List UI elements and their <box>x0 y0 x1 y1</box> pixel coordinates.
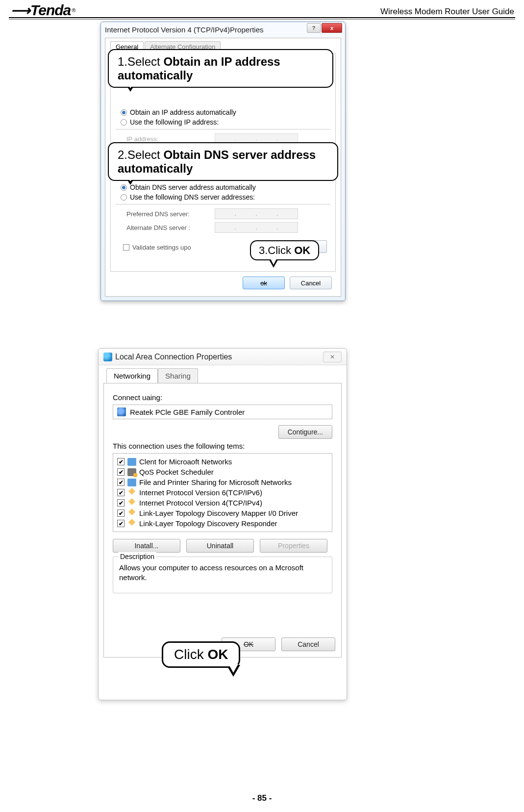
checkbox-checked-icon: ✔ <box>117 520 125 527</box>
callout-step-3: 3.Click OK <box>250 240 319 260</box>
alt-dns-input[interactable]: ... <box>215 222 298 233</box>
description-text: Allows your computer to access resources… <box>119 563 303 582</box>
radio-dns-manual[interactable]: Use the following DNS server addresses: <box>121 193 330 201</box>
alt-dns-label: Alternate DNS server : <box>126 224 210 231</box>
description-group: Description Allows your computer to acce… <box>113 557 332 593</box>
item-label: File and Printer Sharing for Microsoft N… <box>139 478 292 486</box>
callout-tail-fill-icon <box>125 80 135 88</box>
radio-label: Use the following IP address: <box>130 118 219 126</box>
list-item[interactable]: ✔QoS Pocket Scheduler <box>116 467 329 477</box>
radio-label: Use the following DNS server addresses: <box>130 193 255 201</box>
install-button[interactable]: Inatall... <box>113 539 180 553</box>
checkbox-checked-icon: ✔ <box>117 499 125 507</box>
dialog-titlebar: Local Area Connection Properties <box>99 349 347 365</box>
item-label: Internet Protocol Version 4(TCP/IPv4) <box>139 499 262 507</box>
callout-step-1: 1.Select Obtain an IP address automatica… <box>108 49 333 88</box>
item-label: Clent for Microaoft Networks <box>139 457 232 466</box>
page-number: - 85 - <box>0 793 524 803</box>
list-item[interactable]: ✔Internet Protocol Version 4(TCP/IPv4) <box>116 498 329 508</box>
callout-step-2: 2.Select Obtain DNS server address autom… <box>108 142 338 181</box>
client-icon <box>127 458 136 466</box>
list-item[interactable]: ✔Link-Layer Topology Discovery Responder <box>116 518 329 529</box>
checkbox-icon <box>123 244 129 251</box>
checkbox-checked-icon: ✔ <box>117 468 125 476</box>
radio-label: Obtain DNS server address automatically <box>130 183 256 191</box>
pref-dns-input[interactable]: ... <box>215 208 298 219</box>
item-buttons-row: Inatall... Uninatall Properties <box>113 539 332 553</box>
pref-dns-row: Preferred DNS server: ... <box>126 208 330 219</box>
groupbox-line <box>116 204 330 204</box>
checkbox-checked-icon: ✔ <box>117 479 125 486</box>
connect-using-label: Connect uaing: <box>113 393 332 402</box>
pref-dns-label: Preferred DNS server: <box>126 210 210 218</box>
protocol-icon <box>127 509 136 517</box>
header-rule <box>9 17 515 18</box>
checkbox-checked-icon: ✔ <box>117 458 125 465</box>
list-item[interactable]: ✔Clent for Microaoft Networks <box>116 457 329 467</box>
dialog-tabs: Networking Sharing <box>106 368 342 383</box>
adapter-icon <box>117 407 126 416</box>
doc-title: Wireless Modem Router User Guide <box>380 7 514 17</box>
logo-swoosh-icon: ⟶ <box>11 2 29 19</box>
ok-button[interactable]: ok <box>243 277 285 289</box>
close-button[interactable]: x <box>322 23 342 33</box>
network-icon <box>103 353 112 361</box>
radio-checked-icon <box>121 184 127 191</box>
connection-items-list: ✔Clent for Microaoft Networks ✔QoS Pocke… <box>113 453 332 532</box>
validate-row[interactable]: Validate settings upo <box>123 244 191 251</box>
header-rule-thin <box>9 19 515 20</box>
callout-bold: OK <box>207 647 228 662</box>
checkbox-checked-icon: ✔ <box>117 489 125 496</box>
list-item[interactable]: ✔Internet Protocol Version 6(TCP/IPv6) <box>116 487 329 498</box>
description-legend: Description <box>118 552 156 561</box>
tab-panel: Connect uaing: Reatek PCle GBE Family Co… <box>103 383 342 658</box>
document-page: ⟶ Tenda ® Wireless Modem Router User Gui… <box>0 0 524 812</box>
items-label: This connection uses the following tems: <box>113 442 332 450</box>
radio-dns-auto[interactable]: Obtain DNS server address automatically <box>121 183 330 191</box>
tab-networking[interactable]: Networking <box>106 368 158 383</box>
callout-prefix: 1.Select <box>118 55 163 68</box>
item-label: QoS Pocket Scheduler <box>139 468 214 476</box>
item-label: Link-Layer Topology Discovery Responder <box>139 519 277 528</box>
callout-tail-fill-icon <box>125 173 135 181</box>
dialog-footer: ok Cancel <box>243 277 332 289</box>
tab-sharing[interactable]: Sharing <box>158 368 198 383</box>
help-button[interactable]: ? <box>307 23 321 33</box>
groupbox-line <box>116 129 330 129</box>
qos-icon <box>127 468 136 476</box>
ip-address-label: IP address: <box>126 135 210 143</box>
radio-unchecked-icon <box>121 119 127 126</box>
dialog-title: Local Area Connection Properties <box>115 353 232 361</box>
adapter-field[interactable]: Reatek PCle GBE Family Controler <box>113 405 332 419</box>
callout-prefix: 2.Select <box>118 148 163 161</box>
window-buttons: ? x <box>307 23 342 33</box>
registered-icon: ® <box>72 7 75 13</box>
protocol-icon <box>127 499 136 507</box>
item-label: Internet Protocol Version 6(TCP/IPv6) <box>139 488 262 497</box>
callout-bold: OK <box>294 244 310 256</box>
item-label: Link-Layer Topology Discovery Mapper I/0… <box>139 509 298 517</box>
list-item[interactable]: ✔Link-Layer Topology Discovery Mapper I/… <box>116 508 329 518</box>
close-button[interactable]: ✕ <box>323 352 342 362</box>
callout-tail-fill-icon <box>228 664 238 673</box>
cancel-button[interactable]: Cancel <box>281 637 335 651</box>
tenda-logo: ⟶ Tenda ® <box>11 2 75 19</box>
radio-label: Obtain an IP address automatically <box>130 108 236 116</box>
callout-prefix: Click <box>174 647 207 662</box>
file-share-icon <box>127 479 136 486</box>
uninstall-button[interactable]: Uninatall <box>186 539 254 553</box>
callout-prefix: 3.Click <box>259 244 294 256</box>
alt-dns-row: Alternate DNS server : ... <box>126 222 330 233</box>
callout-tail-fill-icon <box>270 258 277 265</box>
protocol-icon <box>127 520 136 528</box>
cancel-button[interactable]: Cancel <box>290 277 332 289</box>
list-item[interactable]: ✔File and Printer Sharing for Microsoft … <box>116 477 329 487</box>
adapter-name: Reatek PCle GBE Family Controler <box>130 408 245 416</box>
logo-text: Tenda <box>30 2 71 19</box>
properties-button[interactable]: Properties <box>260 539 327 553</box>
radio-ip-manual[interactable]: Use the following IP address: <box>121 118 330 126</box>
radio-ip-auto[interactable]: Obtain an IP address automatically <box>121 108 330 116</box>
dialog-title: Internet Protocol Version 4 (TCP/IPv4)Pr… <box>105 25 263 34</box>
configure-button[interactable]: Contigure... <box>278 425 332 439</box>
radio-checked-icon <box>121 109 127 116</box>
